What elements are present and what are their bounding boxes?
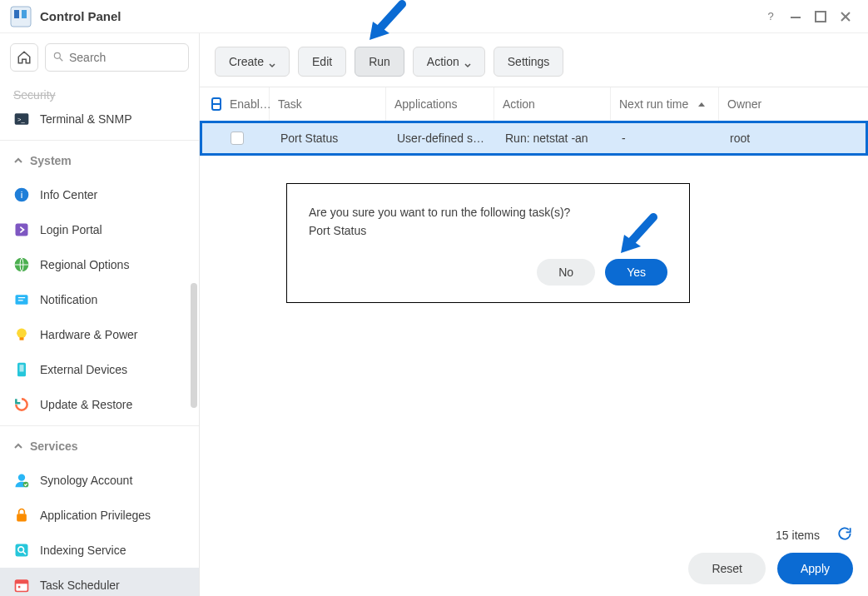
svg-text:?: ? <box>767 10 773 22</box>
terminal-icon: >_ <box>13 111 30 127</box>
svg-line-9 <box>60 57 63 61</box>
notification-icon <box>13 291 30 308</box>
svg-rect-4 <box>791 17 801 18</box>
col-enabled[interactable]: Enabl… <box>200 87 270 121</box>
svg-rect-24 <box>16 544 28 557</box>
sidebar-item-hardware-power[interactable]: Hardware & Power <box>0 317 199 352</box>
svg-rect-29 <box>18 586 20 589</box>
search-input[interactable] <box>69 51 181 64</box>
sidebar-item-terminal-snmp[interactable]: >_ Terminal & SNMP <box>0 102 199 137</box>
svg-rect-2 <box>22 10 27 18</box>
sidebar-item-regional-options[interactable]: Regional Options <box>0 247 199 282</box>
table-row[interactable]: Port Status User-defined scr… Run: netst… <box>200 121 868 156</box>
svg-text:>_: >_ <box>17 116 25 123</box>
sidebar-item-label: Notification <box>40 293 97 306</box>
dialog-no-button[interactable]: No <box>537 259 595 286</box>
table-header-row: Enabl… Task Applications Action Next run… <box>200 87 868 121</box>
cell-next: - <box>613 132 722 145</box>
lock-icon <box>13 507 30 524</box>
sidebar-item-label: Info Center <box>40 188 97 201</box>
svg-text:i: i <box>21 189 23 200</box>
svg-point-21 <box>18 474 25 481</box>
scrollbar-thumb[interactable] <box>191 283 197 408</box>
cell-apps: User-defined scr… <box>389 132 497 145</box>
sidebar-item-label: Application Privileges <box>40 509 151 522</box>
svg-rect-5 <box>816 12 826 22</box>
create-button[interactable]: Create <box>215 47 290 77</box>
reset-button[interactable]: Reset <box>688 553 766 584</box>
chevron-up-icon <box>13 156 23 166</box>
chevron-down-icon <box>269 58 275 65</box>
sidebar-item-label: Indexing Service <box>40 544 126 557</box>
sidebar-item-label: Update & Restore <box>40 398 132 411</box>
control-panel-icon <box>10 6 32 27</box>
annotation-arrow-run <box>365 0 406 42</box>
chevron-down-icon <box>464 58 471 65</box>
cell-task: Port Status <box>272 132 389 145</box>
action-button[interactable]: Action <box>413 47 485 77</box>
search-input-wrap[interactable] <box>45 43 189 72</box>
sidebar-item-label: Terminal & SNMP <box>40 112 131 126</box>
restore-icon <box>13 396 30 413</box>
toolbar: Create Edit Run Action Settings <box>200 33 868 87</box>
sidebar-item-security-partial[interactable]: Security <box>0 80 199 102</box>
row-checkbox[interactable] <box>231 132 244 145</box>
sidebar-item-indexing-service[interactable]: Indexing Service <box>0 533 199 568</box>
annotation-arrow-yes <box>616 213 657 255</box>
bulb-icon <box>13 326 30 343</box>
sidebar: Security >_ Terminal & SNMP System iInfo… <box>0 33 200 596</box>
close-icon[interactable] <box>833 4 858 29</box>
sidebar-list: Security >_ Terminal & SNMP System iInfo… <box>0 80 199 596</box>
col-owner[interactable]: Owner <box>719 87 868 121</box>
dialog-task-name: Port Status <box>309 224 667 237</box>
home-button[interactable] <box>10 43 38 72</box>
svg-rect-14 <box>16 224 28 236</box>
edit-button[interactable]: Edit <box>298 47 346 77</box>
minimize-icon[interactable] <box>783 4 808 29</box>
col-task[interactable]: Task <box>270 87 386 121</box>
help-icon[interactable]: ? <box>758 4 783 29</box>
svg-rect-23 <box>17 514 27 521</box>
sidebar-item-label: Task Scheduler <box>40 579 120 592</box>
svg-rect-20 <box>20 365 24 371</box>
sidebar-item-synology-account[interactable]: Synology Account <box>0 463 199 498</box>
sidebar-item-login-portal[interactable]: Login Portal <box>0 212 199 247</box>
phone-icon <box>13 361 30 378</box>
cell-owner: root <box>722 132 866 145</box>
refresh-button[interactable] <box>836 525 853 544</box>
run-button[interactable]: Run <box>355 47 404 77</box>
dialog-message: Are you sure you want to run the followi… <box>309 206 667 219</box>
section-system-header[interactable]: System <box>0 144 199 177</box>
sidebar-item-label: External Devices <box>40 363 127 376</box>
maximize-icon[interactable] <box>808 4 833 29</box>
col-applications[interactable]: Applications <box>386 87 494 121</box>
sidebar-item-notification[interactable]: Notification <box>0 282 199 317</box>
cell-action: Run: netstat -an <box>497 132 613 145</box>
section-services-header[interactable]: Services <box>0 430 199 463</box>
col-action[interactable]: Action <box>494 87 611 121</box>
svg-point-8 <box>54 52 60 58</box>
svg-rect-18 <box>20 337 24 340</box>
info-icon: i <box>13 186 30 203</box>
header-checkbox-indeterminate[interactable] <box>211 97 221 111</box>
svg-point-17 <box>17 329 27 339</box>
task-table: Enabl… Task Applications Action Next run… <box>200 87 868 156</box>
sidebar-item-task-scheduler[interactable]: Task Scheduler <box>0 568 199 596</box>
sidebar-item-label: Regional Options <box>40 258 129 271</box>
svg-rect-1 <box>14 10 19 18</box>
search-icon <box>52 51 64 65</box>
sidebar-item-label: Synology Account <box>40 474 132 487</box>
sidebar-item-label: Hardware & Power <box>40 328 138 341</box>
dialog-yes-button[interactable]: Yes <box>605 259 667 286</box>
sidebar-item-update-restore[interactable]: Update & Restore <box>0 387 199 422</box>
portal-icon <box>13 221 30 238</box>
sidebar-item-application-privileges[interactable]: Application Privileges <box>0 498 199 533</box>
sidebar-item-external-devices[interactable]: External Devices <box>0 352 199 387</box>
sidebar-item-info-center[interactable]: iInfo Center <box>0 177 199 212</box>
svg-rect-28 <box>16 580 28 584</box>
table-footer: 15 items <box>776 525 853 544</box>
items-count: 15 items <box>776 529 820 542</box>
col-next-run-time[interactable]: Next run time <box>611 87 719 121</box>
settings-button[interactable]: Settings <box>494 47 564 77</box>
apply-button[interactable]: Apply <box>777 553 853 584</box>
